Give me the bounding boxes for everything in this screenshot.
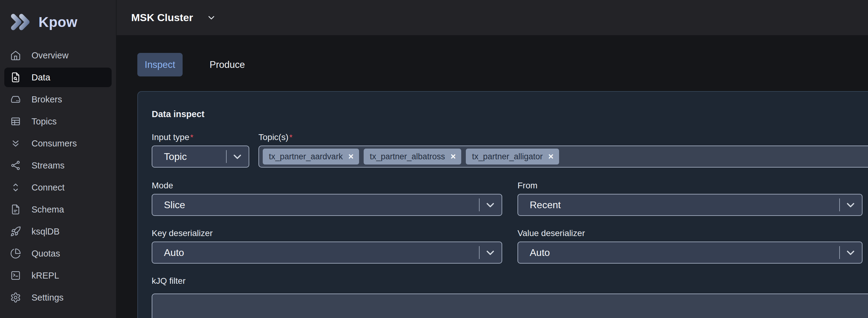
file-search-icon [10, 72, 21, 83]
cluster-selector[interactable]: MSK Cluster [131, 11, 216, 24]
sidebar-item-quotas[interactable]: Quotas [0, 243, 116, 264]
pie-chart-icon [10, 248, 21, 259]
gear-icon [10, 292, 21, 303]
mode-select[interactable]: Slice [152, 194, 502, 216]
sidebar-item-label: Brokers [31, 94, 62, 104]
sidebar-item-label: kREPL [31, 271, 59, 281]
topics-multiselect-input[interactable]: tx_partner_aardvark ✕ tx_partner_albatro… [258, 146, 868, 167]
value-deserializer-value: Auto [530, 247, 550, 258]
sidebar-item-consumers[interactable]: Consumers [0, 132, 116, 154]
sidebar-item-label: Streams [31, 161, 65, 170]
chevrons-down-icon [10, 138, 21, 149]
chevron-down-icon [844, 247, 857, 259]
rocket-icon [10, 226, 21, 237]
sidebar-item-ksqldb[interactable]: ksqlDB [0, 220, 116, 243]
sidebar-item-data[interactable]: Data [4, 68, 112, 87]
cluster-selector-label: MSK Cluster [131, 11, 193, 24]
tab-inspect[interactable]: Inspect [137, 53, 183, 76]
sidebar: Kpow Overview Data Brokers Topics Consum… [0, 0, 117, 318]
topic-tag: tx_partner_albatross ✕ [364, 149, 461, 164]
table-icon [10, 116, 21, 127]
data-inspect-panel: Data inspect Input type* Topic Topic(s)* [137, 91, 868, 318]
topic-tag: tx_partner_alligator ✕ [466, 149, 559, 164]
tab-label: Produce [210, 59, 245, 70]
topic-tag-label: tx_partner_aardvark [269, 152, 343, 161]
tab-label: Inspect [145, 59, 175, 70]
kpow-logo-icon [9, 13, 32, 31]
share-icon [10, 160, 21, 171]
from-label: From [518, 181, 863, 191]
kjq-filter-label: kJQ filter [152, 276, 868, 286]
sidebar-item-settings[interactable]: Settings [0, 287, 116, 309]
select-divider [839, 198, 840, 211]
brand-name: Kpow [38, 14, 78, 30]
kjq-filter-textarea[interactable] [152, 293, 868, 318]
remove-tag-icon[interactable]: ✕ [548, 153, 554, 160]
remove-tag-icon[interactable]: ✕ [348, 153, 354, 160]
mode-value: Slice [164, 199, 185, 211]
input-type-label: Input type* [152, 132, 249, 142]
chevron-down-icon [231, 151, 244, 163]
sidebar-item-streams[interactable]: Streams [0, 154, 116, 177]
topics-label: Topic(s)* [258, 132, 868, 142]
sidebar-item-label: Connect [31, 183, 65, 193]
hard-drive-icon [10, 94, 21, 105]
sidebar-item-topics[interactable]: Topics [0, 110, 116, 132]
topic-tag-label: tx_partner_alligator [472, 152, 542, 161]
sidebar-item-label: Quotas [31, 249, 60, 259]
sidebar-item-label: Data [31, 72, 50, 83]
select-divider [226, 150, 227, 163]
sidebar-item-schema[interactable]: Schema [0, 198, 116, 220]
sidebar-item-label: ksqlDB [31, 227, 60, 237]
sidebar-item-overview[interactable]: Overview [0, 44, 116, 66]
required-marker: * [289, 133, 292, 142]
value-deserializer-select[interactable]: Auto [518, 242, 863, 263]
key-deserializer-label: Key deserializer [152, 228, 502, 238]
mode-label: Mode [152, 181, 502, 191]
input-type-select[interactable]: Topic [152, 146, 249, 167]
panel-title: Data inspect [152, 109, 868, 119]
remove-tag-icon[interactable]: ✕ [450, 153, 456, 160]
select-divider [479, 246, 479, 259]
sidebar-item-label: Schema [31, 204, 64, 215]
input-type-value: Topic [164, 151, 187, 162]
brand-logo[interactable]: Kpow [9, 13, 78, 31]
from-value: Recent [530, 199, 561, 211]
topbar: MSK Cluster [117, 0, 868, 35]
sidebar-item-brokers[interactable]: Brokers [0, 88, 116, 110]
home-icon [10, 50, 21, 61]
tabs: Inspect Produce [137, 53, 261, 76]
sidebar-item-connect[interactable]: Connect [0, 177, 116, 198]
sidebar-item-label: Overview [31, 51, 68, 61]
chevron-down-icon [484, 199, 496, 211]
sidebar-item-krepl[interactable]: kREPL [0, 264, 116, 287]
select-divider [479, 198, 479, 211]
file-text-icon [10, 204, 21, 215]
sidebar-item-label: Topics [31, 117, 57, 127]
value-deserializer-label: Value deserializer [518, 228, 863, 238]
sidebar-nav: Overview Data Brokers Topics Consumers S… [0, 44, 116, 309]
chevron-down-icon [484, 247, 496, 259]
topic-tag-label: tx_partner_albatross [370, 152, 445, 161]
chevrons-up-down-icon [10, 182, 21, 193]
topic-tag: tx_partner_aardvark ✕ [263, 149, 359, 164]
main-content: Inspect Produce Data inspect Input type*… [117, 35, 868, 318]
sidebar-item-label: Settings [31, 293, 64, 303]
chevron-down-icon [207, 13, 216, 23]
chevron-down-icon [844, 199, 857, 211]
select-divider [839, 246, 840, 259]
tab-produce[interactable]: Produce [194, 53, 261, 76]
key-deserializer-value: Auto [164, 247, 184, 258]
terminal-icon [10, 270, 21, 281]
from-select[interactable]: Recent [518, 194, 863, 216]
sidebar-item-label: Consumers [31, 138, 77, 149]
key-deserializer-select[interactable]: Auto [152, 242, 502, 263]
required-marker: * [190, 133, 193, 142]
